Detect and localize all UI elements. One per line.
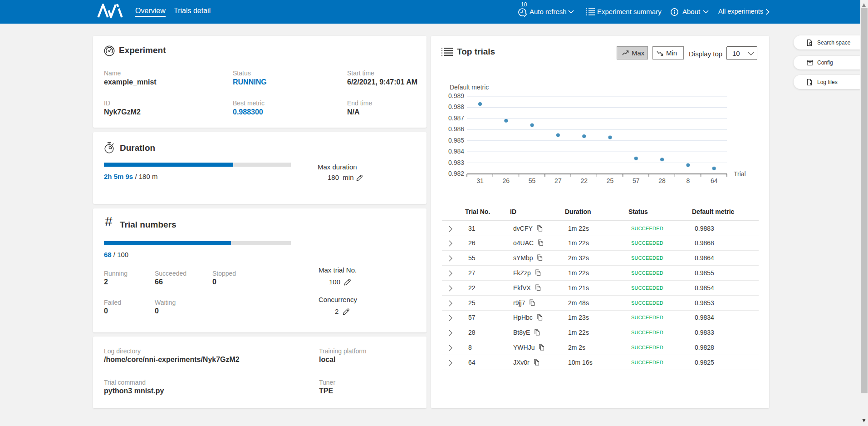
- svg-text:0.983: 0.983: [448, 159, 464, 166]
- svg-text:64: 64: [711, 177, 718, 184]
- svg-text:28: 28: [658, 177, 666, 184]
- svg-text:27: 27: [554, 177, 562, 184]
- svg-text:0.987: 0.987: [448, 114, 464, 122]
- svg-text:55: 55: [529, 177, 536, 184]
- svg-text:0.988: 0.988: [448, 103, 464, 110]
- svg-text:25: 25: [607, 177, 614, 184]
- svg-text:Trial: Trial: [734, 170, 746, 178]
- svg-text:0.986: 0.986: [448, 125, 464, 133]
- svg-text:26: 26: [503, 177, 510, 184]
- svg-text:31: 31: [476, 177, 484, 184]
- svg-text:0.982: 0.982: [448, 170, 464, 177]
- svg-text:0.985: 0.985: [448, 137, 464, 144]
- svg-text:8: 8: [687, 177, 690, 184]
- svg-text:22: 22: [580, 177, 588, 184]
- svg-text:Default metric: Default metric: [450, 84, 489, 91]
- svg-text:57: 57: [633, 177, 640, 184]
- svg-text:0.989: 0.989: [448, 92, 464, 99]
- svg-text:0.984: 0.984: [448, 148, 464, 155]
